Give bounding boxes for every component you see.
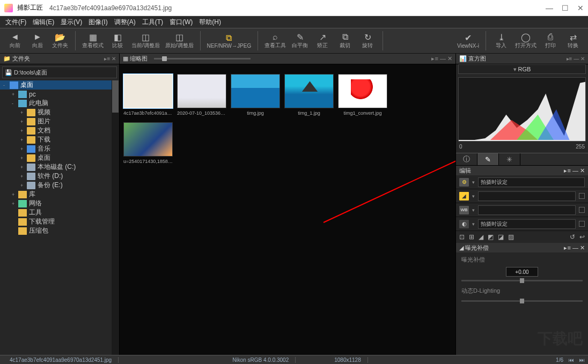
menu-image[interactable]: 图像(I): [86, 18, 109, 27]
tree-item[interactable]: +库: [0, 190, 119, 199]
wb-combo[interactable]: [478, 205, 576, 215]
tb-correct[interactable]: ↗矫正: [312, 31, 333, 50]
wb-checkbox[interactable]: [579, 207, 585, 213]
adj-icon-3[interactable]: ◢: [479, 233, 483, 241]
thumbnail-image: [284, 74, 334, 108]
folder-icon: 📁: [3, 55, 11, 62]
tab-effects[interactable]: ✳: [499, 153, 520, 165]
tree-item[interactable]: +备份 (E:): [0, 181, 119, 190]
import-icon: ⤓: [496, 32, 506, 42]
tree-item[interactable]: +文档: [0, 126, 119, 135]
thumbnail-item[interactable]: 4c17ae3b7efc4091aa9e69...: [123, 74, 173, 116]
tree-item[interactable]: +下载: [0, 135, 119, 144]
tb-nef-jpeg[interactable]: ⧉NEF/NRW→JPEG: [205, 32, 254, 50]
tb-convert[interactable]: ⇄转换: [562, 31, 584, 50]
histogram-title: 直方图: [468, 55, 486, 63]
picture-combo[interactable]: 拍摄时设定: [478, 219, 576, 229]
thumbnail-image: [177, 74, 226, 108]
tree-item[interactable]: +本地磁盘 (C:): [0, 162, 119, 172]
tree-item[interactable]: +图片: [0, 117, 119, 126]
tree-item[interactable]: +桌面: [0, 153, 119, 162]
tb-rotate[interactable]: ↻旋转: [357, 31, 378, 50]
tb-forward[interactable]: ►向后: [27, 31, 48, 50]
tb-before-after-2[interactable]: ◫原始/调整后: [163, 31, 196, 50]
ctl-exposure-row[interactable]: ◢ ▾: [456, 189, 588, 203]
tb-white-balance[interactable]: ✎白平衡: [289, 31, 311, 50]
thumbnail-size-slider[interactable]: [154, 58, 251, 60]
menu-file[interactable]: 文件(F): [3, 18, 28, 27]
tb-viewnx[interactable]: ✔ViewNX-i: [455, 32, 481, 50]
picture-checkbox[interactable]: [579, 221, 585, 227]
close-button[interactable]: ✕: [577, 4, 584, 12]
path-bar[interactable]: 💾 D:\tools\桌面: [2, 66, 117, 78]
menu-help[interactable]: 帮助(H): [197, 18, 223, 27]
exposure-combo[interactable]: [478, 191, 576, 201]
thumbnail-grid: 4c17ae3b7efc4091aa9e69...2020-07-10_1035…: [120, 64, 455, 355]
tb-import[interactable]: ⤓导入: [490, 31, 512, 50]
ctl-wb-row[interactable]: WB ▾: [456, 203, 588, 217]
menu-tools[interactable]: 工具(T): [140, 18, 165, 27]
rgb-selector[interactable]: ▾ RGB: [458, 64, 586, 74]
thumbnail-item[interactable]: timg1_convert.jpg: [337, 74, 388, 116]
exposure-slider[interactable]: [461, 280, 583, 281]
tree-item[interactable]: 下载管理: [0, 217, 119, 226]
menu-view[interactable]: 显示(V): [58, 18, 84, 27]
reset-icon[interactable]: ↺: [570, 233, 575, 241]
tb-compare[interactable]: ◧比较: [107, 31, 128, 50]
prev-page-button[interactable]: ⏮: [569, 357, 574, 363]
ctl-picture-row[interactable]: ◐ ▾ 拍摄时设定: [456, 217, 588, 231]
adj-icon-2[interactable]: ⊞: [469, 233, 474, 241]
tree-item[interactable]: 工具: [0, 208, 119, 217]
tab-info[interactable]: ⓘ: [456, 153, 477, 165]
tree-item[interactable]: +pc: [0, 90, 119, 99]
tb-folder[interactable]: 📂文件夹: [49, 31, 71, 50]
tb-back[interactable]: ◄向前: [4, 31, 26, 50]
tree-item[interactable]: 压缩包: [0, 226, 119, 235]
settings-combo[interactable]: 拍摄时设定: [478, 177, 585, 187]
exposure-value[interactable]: +0.00: [506, 267, 538, 277]
dlighting-slider[interactable]: [461, 300, 583, 302]
tb-crop[interactable]: ⧉裁切: [334, 31, 356, 50]
menu-window[interactable]: 窗口(W): [167, 18, 195, 27]
tb-before-after-1[interactable]: ◫当前/调整后: [129, 31, 162, 50]
menu-adjust[interactable]: 调整(A): [112, 18, 138, 27]
edit-section-controls[interactable]: ▸≡ — ✕: [564, 167, 585, 174]
maximize-button[interactable]: ☐: [562, 4, 569, 12]
thumbnail-item[interactable]: 2020-07-10_103536.jpg: [177, 74, 227, 116]
exposure-section-header[interactable]: ◢ 曝光补偿 ▸≡ — ✕: [456, 243, 588, 252]
adj-icon-1[interactable]: ⊡: [459, 233, 465, 241]
rotate-icon: ↻: [362, 32, 373, 42]
status-page: 1/6: [556, 357, 563, 363]
adj-icon-4[interactable]: ◩: [488, 233, 494, 241]
tb-view-tool[interactable]: ⌕查看工具: [262, 31, 288, 50]
tb-print[interactable]: ⎙打印: [540, 31, 561, 50]
menu-edit[interactable]: 编辑(E): [31, 18, 56, 27]
undo-icon[interactable]: ↩: [579, 233, 585, 241]
edit-section-title: 编辑: [459, 167, 471, 175]
tree-item[interactable]: +音乐: [0, 144, 119, 153]
tree-item[interactable]: +视频: [0, 108, 119, 117]
thumb-panel-controls[interactable]: ▸≡ — ✕: [431, 55, 452, 62]
tree-item[interactable]: +网络: [0, 199, 119, 208]
ctl-settings[interactable]: ⚙ ▾ 拍摄时设定: [456, 175, 588, 189]
tab-edit[interactable]: ✎: [477, 153, 499, 165]
thumbnail-item[interactable]: u=2540171430,18589162...: [123, 122, 173, 164]
panel-collapse-icon[interactable]: ▸≡ ✕: [104, 56, 116, 62]
tree-item[interactable]: +软件 (D:): [0, 172, 119, 181]
adjustment-icons: ⊡ ⊞ ◢ ◩ ◪ ▨ ↺ ↩: [456, 231, 588, 243]
thumbnail-item[interactable]: timg.jpg: [230, 74, 281, 116]
tb-view-mode[interactable]: ▦查看模式: [80, 31, 106, 50]
thumbnail-item[interactable]: timg_1.jpg: [284, 74, 334, 116]
histo-panel-controls[interactable]: ▸≡ — ✕: [567, 56, 585, 62]
exposure-checkbox[interactable]: [579, 193, 585, 199]
adj-icon-6[interactable]: ▨: [508, 233, 514, 241]
minimize-button[interactable]: —: [546, 4, 553, 12]
tree-item[interactable]: -此电脑: [0, 99, 119, 108]
tree-item[interactable]: -桌面: [0, 80, 119, 90]
tb-open-with[interactable]: ◯打开方式: [513, 31, 539, 50]
viewnx-icon: ✔: [463, 33, 474, 43]
adj-icon-5[interactable]: ◪: [498, 233, 504, 241]
folder-tree[interactable]: -桌面+pc-此电脑+视频+图片+文档+下载+音乐+桌面+本地磁盘 (C:)+软…: [0, 80, 119, 355]
next-page-button[interactable]: ⏭: [579, 357, 585, 363]
tree-scrollbar[interactable]: [112, 80, 119, 355]
